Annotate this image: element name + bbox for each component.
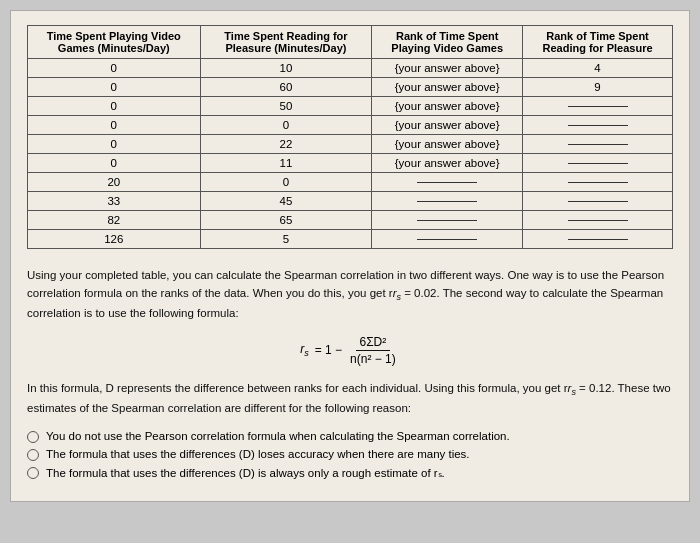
cell-3-1: 0: [28, 97, 201, 116]
cell-1-2: 10: [200, 59, 372, 78]
radio-circle-3[interactable]: [27, 467, 39, 479]
cell-6-3: {your answer above}: [372, 154, 523, 173]
cell-10-2: 5: [200, 230, 372, 249]
table-row: 0 11 {your answer above}: [28, 154, 673, 173]
cell-7-2: 0: [200, 173, 372, 192]
radio-item-1[interactable]: You do not use the Pearson correlation f…: [27, 430, 673, 443]
cell-4-4: [523, 116, 673, 135]
table-row: 0 0 {your answer above}: [28, 116, 673, 135]
table-row: 33 45: [28, 192, 673, 211]
rs-subscript-1: rs: [393, 287, 401, 299]
cell-2-4: 9: [523, 78, 673, 97]
formula-numerator: 6ΣD²: [356, 335, 391, 351]
cell-9-4: [523, 211, 673, 230]
cell-8-4: [523, 192, 673, 211]
formula-fraction: 6ΣD² n(n² − 1): [346, 335, 400, 366]
cell-2-1: 0: [28, 78, 201, 97]
radio-label-1: You do not use the Pearson correlation f…: [46, 430, 510, 442]
rs-subscript-2: rs: [568, 382, 576, 394]
main-container: Time Spent Playing Video Games (Minutes/…: [10, 10, 690, 502]
explanation-text-2: In this formula, D represents the differ…: [27, 380, 673, 418]
radio-circle-2[interactable]: [27, 449, 39, 461]
table-row: 0 10 {your answer above} 4: [28, 59, 673, 78]
cell-6-2: 11: [200, 154, 372, 173]
table-row: 0 50 {your answer above}: [28, 97, 673, 116]
radio-item-2[interactable]: The formula that uses the differences (D…: [27, 448, 673, 461]
cell-8-2: 45: [200, 192, 372, 211]
cell-4-2: 0: [200, 116, 372, 135]
cell-10-1: 126: [28, 230, 201, 249]
cell-4-1: 0: [28, 116, 201, 135]
cell-5-3: {your answer above}: [372, 135, 523, 154]
spearman-formula: rs = 1 − 6ΣD² n(n² − 1): [27, 335, 673, 366]
radio-label-2: The formula that uses the differences (D…: [46, 448, 470, 460]
cell-3-4: [523, 97, 673, 116]
col-header-3: Rank of Time Spent Playing Video Games: [372, 26, 523, 59]
radio-label-3: The formula that uses the differences (D…: [46, 466, 445, 480]
cell-3-2: 50: [200, 97, 372, 116]
cell-10-3: [372, 230, 523, 249]
table-row: 126 5: [28, 230, 673, 249]
cell-8-1: 33: [28, 192, 201, 211]
cell-5-4: [523, 135, 673, 154]
cell-9-1: 82: [28, 211, 201, 230]
cell-3-3: {your answer above}: [372, 97, 523, 116]
radio-item-3[interactable]: The formula that uses the differences (D…: [27, 466, 673, 480]
cell-6-4: [523, 154, 673, 173]
cell-1-1: 0: [28, 59, 201, 78]
cell-2-2: 60: [200, 78, 372, 97]
col-header-1: Time Spent Playing Video Games (Minutes/…: [28, 26, 201, 59]
cell-1-3: {your answer above}: [372, 59, 523, 78]
cell-5-2: 22: [200, 135, 372, 154]
cell-7-3: [372, 173, 523, 192]
col-header-2: Time Spent Reading for Pleasure (Minutes…: [200, 26, 372, 59]
table-row: 82 65: [28, 211, 673, 230]
table-row: 0 22 {your answer above}: [28, 135, 673, 154]
table-row: 0 60 {your answer above} 9: [28, 78, 673, 97]
cell-2-3: {your answer above}: [372, 78, 523, 97]
radio-circle-1[interactable]: [27, 431, 39, 443]
cell-9-3: [372, 211, 523, 230]
formula-rs-label: rs: [300, 342, 309, 358]
cell-8-3: [372, 192, 523, 211]
cell-7-4: [523, 173, 673, 192]
formula-equals: = 1 −: [315, 343, 342, 357]
radio-options-group: You do not use the Pearson correlation f…: [27, 430, 673, 480]
table-row: 20 0: [28, 173, 673, 192]
col-header-4: Rank of Time Spent Reading for Pleasure: [523, 26, 673, 59]
cell-9-2: 65: [200, 211, 372, 230]
cell-4-3: {your answer above}: [372, 116, 523, 135]
explanation-text-1: Using your completed table, you can calc…: [27, 267, 673, 323]
cell-6-1: 0: [28, 154, 201, 173]
cell-5-1: 0: [28, 135, 201, 154]
cell-7-1: 20: [28, 173, 201, 192]
data-table: Time Spent Playing Video Games (Minutes/…: [27, 25, 673, 249]
cell-10-4: [523, 230, 673, 249]
formula-denominator: n(n² − 1): [346, 351, 400, 366]
cell-1-4: 4: [523, 59, 673, 78]
